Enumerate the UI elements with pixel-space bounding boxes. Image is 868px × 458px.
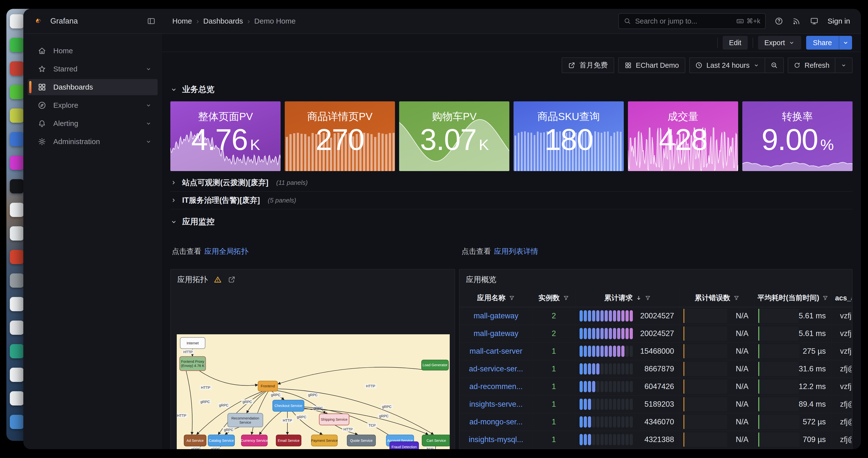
app-name-link[interactable]: ad-service-ser... bbox=[469, 365, 523, 373]
breadcrumb-item[interactable]: Dashboards bbox=[203, 17, 243, 25]
dock-app-icon[interactable] bbox=[10, 156, 24, 170]
topology-node-frontend[interactable]: Frontend bbox=[258, 381, 278, 391]
dock-app-icon[interactable] bbox=[10, 109, 24, 123]
dock-app-icon[interactable] bbox=[10, 273, 24, 288]
dock-app-icon[interactable] bbox=[10, 250, 24, 264]
app-name-link[interactable]: mall-cart-server bbox=[470, 347, 522, 356]
export-button[interactable]: Export bbox=[758, 36, 801, 50]
topology-node-email[interactable]: Email Service bbox=[276, 435, 301, 446]
column-header[interactable]: 应用名称 bbox=[460, 289, 532, 307]
breadcrumb-item[interactable]: Home bbox=[172, 17, 192, 25]
breadcrumb-item[interactable]: Demo Home bbox=[254, 17, 296, 25]
dock-app-icon[interactable] bbox=[10, 415, 24, 429]
dock-app-icon[interactable] bbox=[10, 226, 24, 241]
dock-app-icon[interactable] bbox=[10, 179, 24, 193]
app-name-link[interactable]: insights-mysql... bbox=[469, 435, 523, 444]
topology-node-shipping[interactable]: Shipping Service bbox=[319, 414, 349, 425]
display-icon[interactable] bbox=[810, 17, 819, 26]
sidebar-item-alerting[interactable]: Alerting bbox=[28, 115, 158, 131]
app-name-link[interactable]: ad-mongo-ser... bbox=[469, 418, 523, 426]
news-icon[interactable] bbox=[792, 17, 801, 26]
sidebar-toggle-icon[interactable] bbox=[147, 17, 156, 26]
sidebar-item-administration[interactable]: Administration bbox=[28, 133, 158, 150]
topology-node-cart[interactable]: Cart Service bbox=[422, 435, 450, 446]
topology-node-catalog[interactable]: Catalog Service bbox=[208, 435, 235, 446]
dock-app-icon[interactable] bbox=[10, 132, 24, 146]
stat-panel[interactable]: 转换率9.00% bbox=[742, 101, 852, 171]
filter-icon[interactable] bbox=[563, 295, 569, 301]
app-name-link[interactable]: mall-gateway bbox=[473, 311, 519, 320]
time-range-picker[interactable]: Last 24 hours bbox=[690, 58, 765, 73]
collapsed-row-header[interactable]: IT服务治理(告警)[废弃](5 panels) bbox=[170, 192, 852, 209]
chevron-down-icon[interactable] bbox=[145, 120, 152, 127]
sidebar-item-starred[interactable]: Starred bbox=[28, 61, 158, 77]
dock-app-icon[interactable] bbox=[10, 297, 24, 311]
chevron-down-icon[interactable] bbox=[145, 139, 152, 145]
chevron-down-icon[interactable] bbox=[145, 102, 152, 109]
dashboard-scroll-area[interactable]: 首月免费 EChart Demo Last 24 hours bbox=[162, 53, 861, 449]
topology-node-internet[interactable]: Internet bbox=[180, 337, 205, 349]
topology-node-fraud[interactable]: Fraud DetectionService bbox=[390, 442, 419, 449]
external-link-icon[interactable] bbox=[228, 276, 236, 283]
topology-node-ad[interactable]: Ad Service bbox=[184, 435, 206, 446]
promo-link-button[interactable]: 首月免费 bbox=[562, 57, 614, 73]
stat-panel[interactable]: 整体页面PV4.76K bbox=[170, 101, 281, 171]
dock-app-icon[interactable] bbox=[10, 38, 24, 52]
column-header[interactable]: 实例数 bbox=[532, 289, 576, 307]
column-header[interactable]: acs_a bbox=[832, 289, 851, 307]
app-list-link[interactable]: 应用列表详情 bbox=[494, 247, 538, 255]
dock-app-icon[interactable] bbox=[10, 85, 24, 99]
refresh-button[interactable]: Refresh bbox=[788, 58, 835, 73]
topology-node-quote[interactable]: Quote Service bbox=[347, 435, 376, 446]
share-button[interactable]: Share bbox=[806, 36, 839, 50]
section-app-monitor[interactable]: 应用监控 bbox=[170, 216, 852, 227]
topology-node-recommend[interactable]: RecommendationService bbox=[227, 413, 263, 427]
dock-app-icon[interactable] bbox=[10, 320, 24, 335]
dock-app-icon[interactable] bbox=[10, 344, 24, 358]
warning-icon[interactable] bbox=[214, 275, 222, 284]
filter-icon[interactable] bbox=[822, 295, 829, 301]
chevron-down-icon[interactable] bbox=[145, 66, 152, 72]
zoom-out-button[interactable] bbox=[765, 58, 783, 73]
sidebar-item-home[interactable]: Home bbox=[28, 43, 158, 59]
filter-icon[interactable] bbox=[645, 295, 651, 301]
stat-panel[interactable]: 商品SKU查询180 bbox=[514, 101, 624, 171]
topology-node-checkout[interactable]: Checkout Service bbox=[273, 400, 304, 411]
column-header[interactable]: 平均耗时(当前时间) bbox=[755, 289, 832, 307]
global-topology-link[interactable]: 应用全局拓扑 bbox=[204, 247, 248, 255]
dock-app-icon[interactable] bbox=[10, 61, 24, 75]
share-menu-chevron[interactable] bbox=[839, 36, 852, 50]
sidebar-item-explore[interactable]: Explore bbox=[28, 97, 158, 113]
echart-demo-button[interactable]: EChart Demo bbox=[618, 57, 685, 73]
topology-panel-header[interactable]: 应用拓扑 bbox=[171, 270, 455, 289]
sign-in-button[interactable]: Sign in bbox=[828, 17, 850, 25]
stat-panel[interactable]: 商品详情页PV270 bbox=[285, 101, 395, 171]
sidebar-item-dashboards[interactable]: Dashboards bbox=[28, 79, 158, 95]
filter-icon[interactable] bbox=[733, 295, 740, 301]
topology-node-loadgen[interactable]: Load Generator bbox=[422, 360, 448, 370]
column-header[interactable]: 累计请求 bbox=[576, 289, 680, 307]
table-panel-header[interactable]: 应用概览 bbox=[460, 270, 852, 289]
collapsed-row-header[interactable]: 站点可观测(云拨测)[废弃](11 panels) bbox=[170, 174, 852, 192]
topology-node-payment[interactable]: Payment Service bbox=[311, 435, 338, 446]
search-input[interactable]: Search or jump to... ⌘+k bbox=[618, 13, 766, 29]
app-name-link[interactable]: insights-serve... bbox=[469, 400, 523, 409]
section-business-overview[interactable]: 业务总览 bbox=[170, 84, 852, 95]
refresh-interval-chevron[interactable] bbox=[835, 58, 852, 73]
topology-diagram[interactable]: HTTPHTTPHTTPHTTPgRPCgRPCgRPCgRPCgRPCgRPC… bbox=[177, 334, 450, 449]
stat-panel[interactable]: 购物车PV3.07K bbox=[399, 101, 509, 171]
app-name-link[interactable]: mall-gateway bbox=[473, 329, 519, 338]
dock-app-icon[interactable] bbox=[10, 368, 24, 382]
topology-node-currency[interactable]: Currency Service bbox=[241, 435, 268, 446]
help-icon[interactable] bbox=[774, 17, 783, 26]
breadcrumb[interactable]: Home›Dashboards›Demo Home bbox=[172, 17, 296, 25]
dock-app-icon[interactable] bbox=[10, 391, 24, 405]
stat-panel[interactable]: 成交量428 bbox=[628, 101, 738, 171]
column-header[interactable]: 累计错误数 bbox=[680, 289, 755, 307]
dock-app-icon[interactable] bbox=[10, 203, 24, 217]
app-name-link[interactable]: ad-recommen... bbox=[469, 382, 523, 391]
filter-icon[interactable] bbox=[508, 295, 515, 301]
edit-button[interactable]: Edit bbox=[723, 36, 748, 50]
topology-node-proxy[interactable]: Fontend Proxy(Envoy) 4.76 K bbox=[180, 356, 206, 371]
dock-app-icon[interactable] bbox=[10, 14, 24, 28]
